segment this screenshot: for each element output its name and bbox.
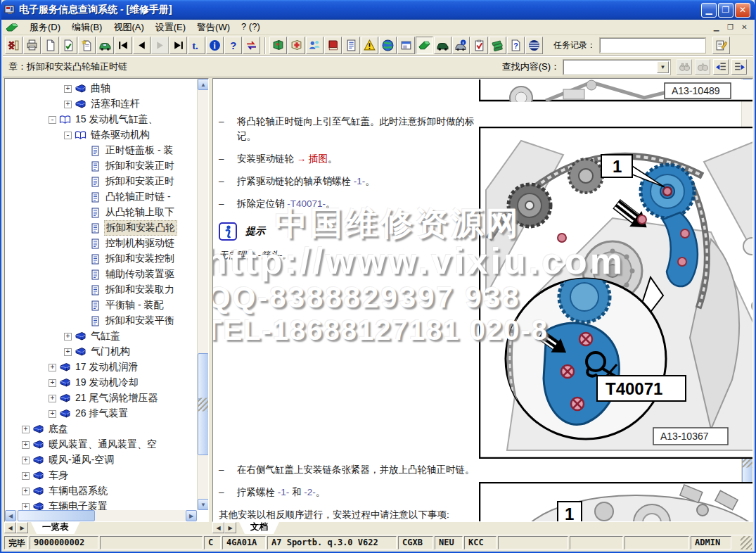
tree-scroll-left-button[interactable]: ◀ xyxy=(5,510,16,521)
expand-icon[interactable]: + xyxy=(64,333,72,341)
figure-link[interactable]: → 插图 xyxy=(297,153,328,164)
customer-service-button[interactable] xyxy=(306,37,323,54)
tree-item-22[interactable]: +26 排气装置 xyxy=(49,406,129,421)
task-record-input[interactable] xyxy=(600,38,705,53)
tree-item-15[interactable]: 平衡轴 - 装配 xyxy=(89,298,165,313)
red-manual-button[interactable] xyxy=(324,37,342,54)
tree-scroll-thumb[interactable]: ≡ xyxy=(198,353,209,455)
expand-icon[interactable]: + xyxy=(49,364,56,371)
tab-overview[interactable]: 一览表 xyxy=(31,522,80,534)
tree-horizontal-scrollbar[interactable]: ◀ ▶ xyxy=(5,510,197,521)
tree-item-14[interactable]: 拆卸和安装取力 xyxy=(89,282,176,298)
expand-icon[interactable]: + xyxy=(22,503,30,511)
tree-vertical-scrollbar[interactable]: ▲ ≡ ▼ xyxy=(197,79,208,510)
menu-item-4[interactable]: 设置(E) xyxy=(150,20,191,35)
tree-item-7[interactable]: 拆卸和安装正时 xyxy=(89,174,176,189)
doc-tab-left-icon[interactable]: ◀ xyxy=(212,522,224,533)
collapse-icon[interactable]: - xyxy=(64,132,72,139)
tree-item-6[interactable]: 拆卸和安装正时 xyxy=(89,158,176,174)
expand-icon[interactable]: + xyxy=(22,472,30,480)
tree-item-5[interactable]: 正时链盖板 - 装 xyxy=(89,143,174,158)
vehicle-info-button[interactable]: i xyxy=(452,37,470,54)
expand-icon[interactable]: + xyxy=(22,441,30,449)
help-button[interactable]: ? xyxy=(224,37,242,54)
tree-item-2[interactable]: +活塞和连杆 xyxy=(64,96,141,112)
network-button[interactable] xyxy=(525,37,543,54)
doc-question-button[interactable]: ? xyxy=(507,37,525,54)
mdi-restore-button[interactable]: ❐ xyxy=(724,22,736,32)
tab-document[interactable]: 文档 xyxy=(239,522,279,534)
tree-item-25[interactable]: +暖风-通风-空调 xyxy=(22,452,115,468)
menu-item-5[interactable]: 警告(W) xyxy=(191,20,236,35)
tools-button[interactable] xyxy=(489,37,506,54)
document-list-button[interactable] xyxy=(342,37,360,54)
minimize-button[interactable]: ▁ xyxy=(701,3,717,18)
find-combobox[interactable]: ▼ xyxy=(563,60,670,75)
expand-icon[interactable]: + xyxy=(22,457,30,464)
manual-button[interactable] xyxy=(269,37,287,54)
expand-icon[interactable]: + xyxy=(64,101,72,108)
tree-item-27[interactable]: +车辆电器系统 xyxy=(22,483,109,499)
tree-item-1[interactable]: +曲轴 xyxy=(64,81,112,96)
first-button[interactable] xyxy=(115,37,132,54)
vehicle-button[interactable] xyxy=(96,37,114,54)
new-document-button[interactable] xyxy=(41,37,59,54)
tree-item-11[interactable]: 控制机构驱动链 xyxy=(89,236,176,251)
tree-scroll-down-button[interactable]: ▼ xyxy=(198,499,209,510)
tree-item-24[interactable]: +暖风装置、通风装置、空 xyxy=(22,437,158,452)
new-note-button[interactable] xyxy=(78,37,96,54)
history-button[interactable]: t. xyxy=(188,37,205,54)
expand-icon[interactable]: + xyxy=(64,85,72,93)
expand-icon[interactable]: + xyxy=(49,379,56,387)
document-properties-button[interactable] xyxy=(60,37,77,54)
tree-tab-right-icon[interactable]: ▶ xyxy=(16,522,28,533)
tree-item-13[interactable]: 辅助传动装置驱 xyxy=(89,267,176,282)
close-button[interactable]: ✕ xyxy=(735,3,750,18)
expand-icon[interactable]: + xyxy=(49,410,56,418)
tree-scroll-right-button[interactable]: ▶ xyxy=(186,510,197,521)
tree-item-21[interactable]: +21 尾气涡轮增压器 xyxy=(49,390,159,406)
mdi-close-button[interactable]: ✕ xyxy=(738,22,750,32)
tree-scroll-up-button[interactable]: ▲ xyxy=(198,79,209,90)
collapse-icon[interactable]: - xyxy=(49,116,56,124)
workshop-manual-button[interactable] xyxy=(416,37,433,54)
expand-icon[interactable]: + xyxy=(22,426,30,433)
menu-item-1[interactable]: 服务(D) xyxy=(24,20,66,35)
warnings-button[interactable] xyxy=(361,37,378,54)
tree-item-4[interactable]: -链条驱动机构 xyxy=(64,127,151,143)
window-layout-button[interactable] xyxy=(397,37,415,54)
tree-item-18[interactable]: +气门机构 xyxy=(64,344,132,360)
tree-item-9[interactable]: 从凸轮轴上取下 xyxy=(89,205,176,220)
globe-button[interactable] xyxy=(379,37,397,54)
manual-plus-button[interactable] xyxy=(288,37,305,54)
next-topic-button[interactable] xyxy=(731,59,747,75)
tree-item-20[interactable]: +19 发动机冷却 xyxy=(49,375,139,390)
tree-item-23[interactable]: +底盘 xyxy=(22,421,70,437)
tree-item-12[interactable]: 拆卸和安装控制 xyxy=(89,251,176,267)
checklist-button[interactable] xyxy=(470,37,488,54)
expand-icon[interactable]: + xyxy=(64,348,72,356)
maximize-button[interactable]: ❐ xyxy=(718,3,733,18)
refresh-button[interactable] xyxy=(243,37,260,54)
tree-item-3[interactable]: -15 发动机气缸盖、 xyxy=(49,112,159,127)
info-button[interactable]: i xyxy=(206,37,224,54)
tree-tab-left-icon[interactable]: ◀ xyxy=(4,522,16,533)
tree-item-10[interactable]: 拆卸和安装凸轮 xyxy=(89,220,177,236)
menu-item-6[interactable]: ? (?) xyxy=(236,20,266,35)
expand-icon[interactable]: + xyxy=(49,395,56,402)
exit-button[interactable] xyxy=(5,37,23,54)
tree-item-8[interactable]: 凸轮轴正时链 - xyxy=(89,189,172,205)
tree-item-19[interactable]: +17 发动机润滑 xyxy=(49,360,139,375)
tree-item-16[interactable]: 拆卸和安装平衡 xyxy=(89,313,176,329)
menu-item-3[interactable]: 视图(A) xyxy=(108,20,149,35)
combo-dropdown-icon[interactable]: ▼ xyxy=(657,61,669,73)
mdi-minimize-button[interactable]: ▁ xyxy=(710,22,722,32)
resize-grip[interactable] xyxy=(741,536,752,549)
expand-icon[interactable]: + xyxy=(22,488,30,495)
prev-topic-button[interactable] xyxy=(713,59,729,75)
print-button[interactable] xyxy=(23,37,41,54)
previous-button[interactable] xyxy=(133,37,150,54)
menu-item-2[interactable]: 编辑(B) xyxy=(66,20,108,35)
tree-item-17[interactable]: +气缸盖 xyxy=(64,329,122,344)
last-button[interactable] xyxy=(169,37,187,54)
